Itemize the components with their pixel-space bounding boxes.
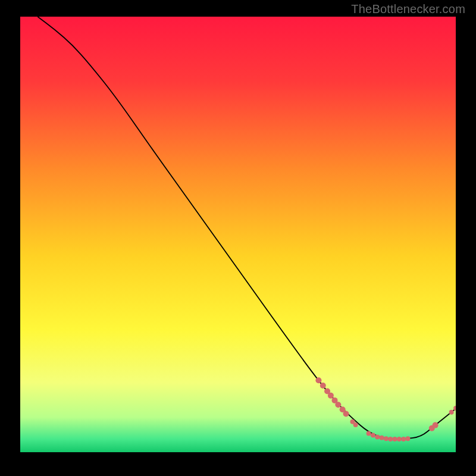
data-marker [388, 437, 393, 441]
data-marker [335, 402, 341, 408]
data-marker [380, 436, 384, 440]
chart-container: TheBottlenecker.com [0, 0, 476, 476]
data-marker [433, 422, 439, 428]
data-marker [343, 411, 349, 417]
plot-area [20, 17, 456, 452]
data-marker [328, 393, 334, 399]
data-marker [371, 433, 375, 437]
data-marker [320, 383, 326, 389]
data-marker [405, 436, 410, 441]
data-marker [401, 437, 406, 441]
data-marker [375, 434, 380, 439]
data-marker [449, 410, 454, 415]
data-marker [315, 377, 321, 383]
data-marker [393, 437, 397, 441]
chart-svg [20, 17, 456, 452]
data-marker [353, 422, 358, 427]
data-marker [367, 431, 371, 436]
gradient-background [20, 17, 456, 452]
attribution-text: TheBottlenecker.com [351, 2, 465, 16]
data-marker [397, 437, 402, 441]
data-marker [384, 436, 389, 441]
